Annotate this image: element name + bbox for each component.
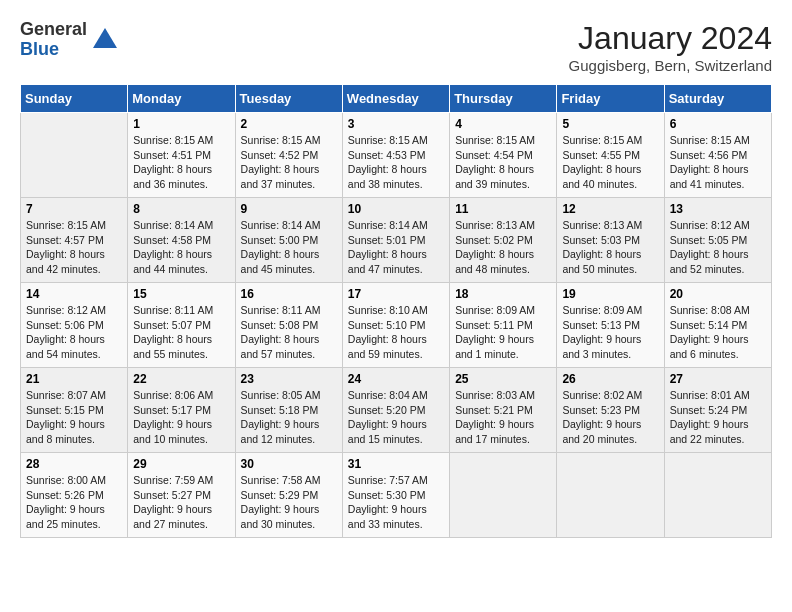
cell-info: Sunrise: 8:15 AMSunset: 4:55 PMDaylight:… — [562, 133, 658, 192]
day-number: 11 — [455, 202, 551, 216]
cell-info: Sunrise: 8:03 AMSunset: 5:21 PMDaylight:… — [455, 388, 551, 447]
calendar-cell: 16Sunrise: 8:11 AMSunset: 5:08 PMDayligh… — [235, 283, 342, 368]
header-day-tuesday: Tuesday — [235, 85, 342, 113]
cell-info: Sunrise: 7:57 AMSunset: 5:30 PMDaylight:… — [348, 473, 444, 532]
calendar-week-row: 14Sunrise: 8:12 AMSunset: 5:06 PMDayligh… — [21, 283, 772, 368]
cell-info: Sunrise: 8:14 AMSunset: 5:00 PMDaylight:… — [241, 218, 337, 277]
cell-info: Sunrise: 7:58 AMSunset: 5:29 PMDaylight:… — [241, 473, 337, 532]
day-number: 2 — [241, 117, 337, 131]
cell-info: Sunrise: 8:06 AMSunset: 5:17 PMDaylight:… — [133, 388, 229, 447]
cell-info: Sunrise: 8:15 AMSunset: 4:52 PMDaylight:… — [241, 133, 337, 192]
calendar-cell: 6Sunrise: 8:15 AMSunset: 4:56 PMDaylight… — [664, 113, 771, 198]
header-day-thursday: Thursday — [450, 85, 557, 113]
logo-general-text: General — [20, 20, 87, 40]
location-subtitle: Guggisberg, Bern, Switzerland — [569, 57, 772, 74]
day-number: 6 — [670, 117, 766, 131]
calendar-cell: 26Sunrise: 8:02 AMSunset: 5:23 PMDayligh… — [557, 368, 664, 453]
calendar-cell — [557, 453, 664, 538]
calendar-cell: 27Sunrise: 8:01 AMSunset: 5:24 PMDayligh… — [664, 368, 771, 453]
calendar-table: SundayMondayTuesdayWednesdayThursdayFrid… — [20, 84, 772, 538]
calendar-cell: 8Sunrise: 8:14 AMSunset: 4:58 PMDaylight… — [128, 198, 235, 283]
cell-info: Sunrise: 8:13 AMSunset: 5:02 PMDaylight:… — [455, 218, 551, 277]
calendar-cell: 10Sunrise: 8:14 AMSunset: 5:01 PMDayligh… — [342, 198, 449, 283]
calendar-cell: 5Sunrise: 8:15 AMSunset: 4:55 PMDaylight… — [557, 113, 664, 198]
month-year-title: January 2024 — [569, 20, 772, 57]
cell-info: Sunrise: 8:04 AMSunset: 5:20 PMDaylight:… — [348, 388, 444, 447]
page-header: General Blue January 2024 Guggisberg, Be… — [20, 20, 772, 74]
day-number: 23 — [241, 372, 337, 386]
calendar-cell: 15Sunrise: 8:11 AMSunset: 5:07 PMDayligh… — [128, 283, 235, 368]
calendar-cell: 28Sunrise: 8:00 AMSunset: 5:26 PMDayligh… — [21, 453, 128, 538]
day-number: 22 — [133, 372, 229, 386]
calendar-cell: 31Sunrise: 7:57 AMSunset: 5:30 PMDayligh… — [342, 453, 449, 538]
calendar-cell: 17Sunrise: 8:10 AMSunset: 5:10 PMDayligh… — [342, 283, 449, 368]
day-number: 15 — [133, 287, 229, 301]
day-number: 14 — [26, 287, 122, 301]
day-number: 13 — [670, 202, 766, 216]
calendar-cell: 24Sunrise: 8:04 AMSunset: 5:20 PMDayligh… — [342, 368, 449, 453]
header-day-monday: Monday — [128, 85, 235, 113]
calendar-cell: 14Sunrise: 8:12 AMSunset: 5:06 PMDayligh… — [21, 283, 128, 368]
cell-info: Sunrise: 8:07 AMSunset: 5:15 PMDaylight:… — [26, 388, 122, 447]
calendar-cell: 22Sunrise: 8:06 AMSunset: 5:17 PMDayligh… — [128, 368, 235, 453]
cell-info: Sunrise: 8:13 AMSunset: 5:03 PMDaylight:… — [562, 218, 658, 277]
cell-info: Sunrise: 8:14 AMSunset: 5:01 PMDaylight:… — [348, 218, 444, 277]
day-number: 5 — [562, 117, 658, 131]
calendar-week-row: 7Sunrise: 8:15 AMSunset: 4:57 PMDaylight… — [21, 198, 772, 283]
day-number: 12 — [562, 202, 658, 216]
day-number: 29 — [133, 457, 229, 471]
calendar-cell: 25Sunrise: 8:03 AMSunset: 5:21 PMDayligh… — [450, 368, 557, 453]
calendar-cell: 19Sunrise: 8:09 AMSunset: 5:13 PMDayligh… — [557, 283, 664, 368]
logo-blue-text: Blue — [20, 40, 87, 60]
calendar-cell: 18Sunrise: 8:09 AMSunset: 5:11 PMDayligh… — [450, 283, 557, 368]
day-number: 8 — [133, 202, 229, 216]
cell-info: Sunrise: 8:15 AMSunset: 4:56 PMDaylight:… — [670, 133, 766, 192]
calendar-cell: 30Sunrise: 7:58 AMSunset: 5:29 PMDayligh… — [235, 453, 342, 538]
calendar-cell: 20Sunrise: 8:08 AMSunset: 5:14 PMDayligh… — [664, 283, 771, 368]
day-number: 9 — [241, 202, 337, 216]
day-number: 30 — [241, 457, 337, 471]
calendar-cell: 29Sunrise: 7:59 AMSunset: 5:27 PMDayligh… — [128, 453, 235, 538]
cell-info: Sunrise: 8:15 AMSunset: 4:53 PMDaylight:… — [348, 133, 444, 192]
calendar-cell: 9Sunrise: 8:14 AMSunset: 5:00 PMDaylight… — [235, 198, 342, 283]
day-number: 17 — [348, 287, 444, 301]
cell-info: Sunrise: 8:08 AMSunset: 5:14 PMDaylight:… — [670, 303, 766, 362]
day-number: 21 — [26, 372, 122, 386]
cell-info: Sunrise: 8:00 AMSunset: 5:26 PMDaylight:… — [26, 473, 122, 532]
day-number: 10 — [348, 202, 444, 216]
cell-info: Sunrise: 8:09 AMSunset: 5:13 PMDaylight:… — [562, 303, 658, 362]
calendar-cell: 21Sunrise: 8:07 AMSunset: 5:15 PMDayligh… — [21, 368, 128, 453]
calendar-cell: 7Sunrise: 8:15 AMSunset: 4:57 PMDaylight… — [21, 198, 128, 283]
cell-info: Sunrise: 8:11 AMSunset: 5:08 PMDaylight:… — [241, 303, 337, 362]
cell-info: Sunrise: 8:15 AMSunset: 4:51 PMDaylight:… — [133, 133, 229, 192]
cell-info: Sunrise: 8:11 AMSunset: 5:07 PMDaylight:… — [133, 303, 229, 362]
calendar-week-row: 1Sunrise: 8:15 AMSunset: 4:51 PMDaylight… — [21, 113, 772, 198]
cell-info: Sunrise: 8:10 AMSunset: 5:10 PMDaylight:… — [348, 303, 444, 362]
cell-info: Sunrise: 8:12 AMSunset: 5:05 PMDaylight:… — [670, 218, 766, 277]
header-day-friday: Friday — [557, 85, 664, 113]
calendar-cell: 11Sunrise: 8:13 AMSunset: 5:02 PMDayligh… — [450, 198, 557, 283]
day-number: 3 — [348, 117, 444, 131]
header-day-saturday: Saturday — [664, 85, 771, 113]
day-number: 31 — [348, 457, 444, 471]
calendar-week-row: 28Sunrise: 8:00 AMSunset: 5:26 PMDayligh… — [21, 453, 772, 538]
day-number: 16 — [241, 287, 337, 301]
calendar-cell: 2Sunrise: 8:15 AMSunset: 4:52 PMDaylight… — [235, 113, 342, 198]
cell-info: Sunrise: 7:59 AMSunset: 5:27 PMDaylight:… — [133, 473, 229, 532]
day-number: 1 — [133, 117, 229, 131]
day-number: 26 — [562, 372, 658, 386]
calendar-week-row: 21Sunrise: 8:07 AMSunset: 5:15 PMDayligh… — [21, 368, 772, 453]
calendar-cell — [450, 453, 557, 538]
day-number: 19 — [562, 287, 658, 301]
day-number: 18 — [455, 287, 551, 301]
cell-info: Sunrise: 8:01 AMSunset: 5:24 PMDaylight:… — [670, 388, 766, 447]
logo-icon — [91, 26, 119, 54]
day-number: 27 — [670, 372, 766, 386]
calendar-cell: 12Sunrise: 8:13 AMSunset: 5:03 PMDayligh… — [557, 198, 664, 283]
day-number: 24 — [348, 372, 444, 386]
day-number: 28 — [26, 457, 122, 471]
calendar-cell: 23Sunrise: 8:05 AMSunset: 5:18 PMDayligh… — [235, 368, 342, 453]
title-section: January 2024 Guggisberg, Bern, Switzerla… — [569, 20, 772, 74]
cell-info: Sunrise: 8:12 AMSunset: 5:06 PMDaylight:… — [26, 303, 122, 362]
header-day-sunday: Sunday — [21, 85, 128, 113]
